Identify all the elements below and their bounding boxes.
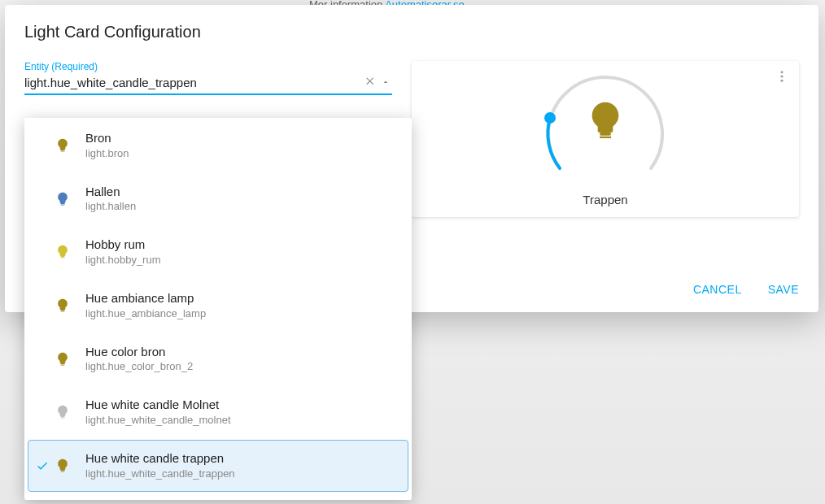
entity-option[interactable]: Hue white candle trappen light.hue_white… bbox=[28, 440, 408, 492]
entity-option-id: light.hue_ambiance_lamp bbox=[85, 306, 206, 321]
dropdown-caret-icon[interactable] bbox=[379, 76, 392, 89]
svg-rect-11 bbox=[61, 470, 65, 471]
bulb-icon bbox=[55, 244, 71, 260]
bulb-icon bbox=[55, 298, 71, 314]
bulb-icon bbox=[55, 351, 71, 367]
bulb-icon bbox=[55, 458, 71, 474]
preview-entity-name: Trappen bbox=[583, 193, 627, 206]
entity-option[interactable]: Hallen light.hallen bbox=[28, 173, 408, 225]
entity-option-id: light.hue_white_candle_molnet bbox=[85, 413, 231, 428]
entity-dropdown: Bron light.bron Hallen light.hallen Hobb… bbox=[24, 118, 412, 500]
svg-rect-8 bbox=[61, 310, 65, 311]
entity-dropdown-scroll[interactable]: Bron light.bron Hallen light.hallen Hobb… bbox=[24, 118, 412, 500]
entity-option-id: light.hue_color_bron_2 bbox=[85, 359, 193, 374]
check-icon bbox=[35, 459, 50, 472]
svg-point-0 bbox=[781, 71, 784, 73]
entity-field[interactable] bbox=[24, 72, 392, 95]
entity-option-id: light.hue_white_candle_trappen bbox=[85, 467, 235, 481]
svg-point-1 bbox=[781, 76, 784, 78]
more-icon[interactable] bbox=[775, 69, 789, 87]
entity-option[interactable]: Hobby rum light.hobby_rum bbox=[28, 226, 408, 278]
save-button[interactable]: SAVE bbox=[765, 278, 802, 301]
entity-option-name: Bron bbox=[85, 130, 129, 146]
entity-option-id: light.hobby_rum bbox=[85, 253, 161, 267]
clear-icon[interactable] bbox=[363, 74, 379, 90]
entity-field-label: Entity (Required) bbox=[24, 61, 392, 72]
brightness-arc[interactable] bbox=[540, 72, 670, 178]
entity-option-name: Hue color bron bbox=[85, 344, 193, 360]
entity-option-name: Hue ambiance lamp bbox=[85, 290, 206, 306]
entity-option[interactable]: Hue white candle Molnet light.hue_white_… bbox=[28, 386, 408, 438]
entity-option[interactable]: Hue color bron light.hue_color_bron_2 bbox=[28, 333, 408, 385]
entity-option-name: Hue white candle trappen bbox=[85, 450, 235, 467]
entity-option-name: Hobby rum bbox=[85, 237, 161, 253]
svg-rect-6 bbox=[61, 203, 65, 204]
entity-option-name: Hallen bbox=[85, 184, 136, 200]
bulb-icon bbox=[55, 191, 71, 207]
svg-rect-10 bbox=[61, 416, 65, 417]
svg-rect-7 bbox=[61, 256, 65, 257]
entity-input[interactable] bbox=[24, 76, 363, 89]
bulb-icon bbox=[55, 137, 71, 154]
svg-rect-9 bbox=[61, 363, 65, 364]
svg-point-3 bbox=[544, 112, 556, 124]
entity-option-id: light.hallen bbox=[85, 199, 136, 214]
bulb-icon bbox=[55, 404, 71, 420]
cancel-button[interactable]: CANCEL bbox=[690, 278, 745, 301]
entity-option[interactable]: Bron light.bron bbox=[28, 119, 408, 172]
entity-option-id: light.bron bbox=[85, 146, 129, 161]
svg-point-2 bbox=[781, 80, 784, 82]
preview-card: Trappen bbox=[412, 61, 799, 217]
svg-rect-4 bbox=[600, 133, 611, 136]
dialog-title: Light Card Configuration bbox=[5, 5, 818, 48]
entity-option[interactable]: Hue ambiance lamp light.hue_ambiance_lam… bbox=[28, 280, 408, 332]
entity-option-name: Hue white candle Molnet bbox=[85, 397, 231, 413]
bulb-icon bbox=[583, 98, 628, 147]
svg-rect-5 bbox=[61, 150, 65, 150]
